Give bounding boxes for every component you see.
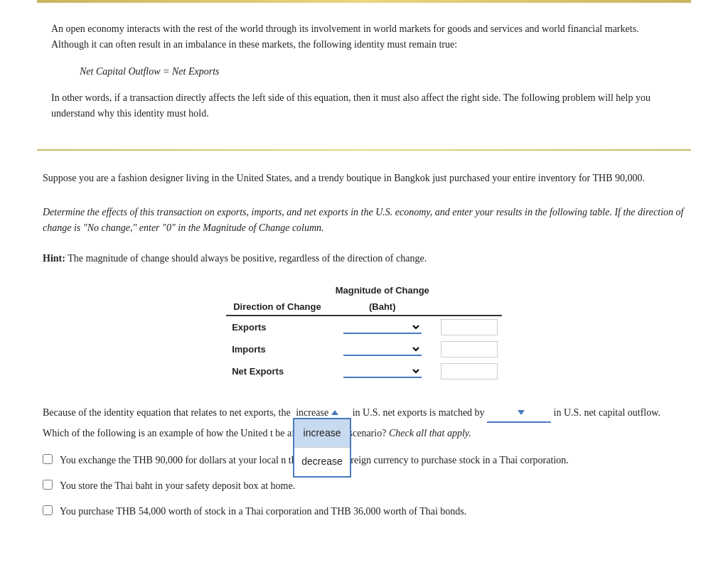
- hint-label: Hint:: [43, 253, 65, 264]
- checkbox-item-1: You exchange the THB 90,000 for dollars …: [43, 453, 685, 468]
- table-header-top-row: Magnitude of Change: [226, 282, 502, 298]
- imports-direction-select[interactable]: Increase Decrease No change: [343, 343, 422, 356]
- divider-1: [37, 149, 691, 151]
- dropdown1-open[interactable]: increase increase decrease: [293, 402, 350, 424]
- exports-magnitude-cell[interactable]: [437, 316, 502, 338]
- change-table: Magnitude of Change Direction of Change …: [226, 282, 502, 382]
- dropdown2-trigger[interactable]: [487, 404, 551, 423]
- table-row: Exports Increase Decrease No change: [226, 316, 502, 338]
- checkbox-item-3: You purchase THB 54,000 worth of stock i…: [43, 504, 685, 519]
- intro-paragraph-2: In other words, if a transaction directl…: [51, 90, 677, 122]
- table-header-bottom-row: Direction of Change (Baht): [226, 298, 502, 316]
- sentence-between: in U.S. net exports is matched by: [353, 407, 487, 418]
- dropdown2-value: [490, 404, 515, 421]
- exports-direction-cell[interactable]: Increase Decrease No change: [328, 316, 437, 338]
- sentence-before-dropdown1: Because of the identity equation that re…: [43, 407, 291, 418]
- checkbox-1[interactable]: [43, 454, 53, 464]
- dropdown1-arrow-up: [331, 410, 338, 415]
- col2-header-baht: (Baht): [328, 298, 437, 316]
- dropdown1-option-increase[interactable]: increase: [294, 419, 350, 448]
- col2-header-magnitude: Magnitude of Change: [328, 282, 437, 298]
- imports-direction-cell[interactable]: Increase Decrease No change: [328, 338, 437, 360]
- exports-magnitude-input[interactable]: [441, 319, 498, 335]
- formula-text: Net Capital Outflow = Net Exports: [80, 66, 220, 77]
- hint-body: The magnitude of change should always be…: [68, 253, 427, 264]
- directions-text: Determine the effects of this transactio…: [43, 205, 685, 237]
- checkbox-item-2: You store the Thai baht in your safety d…: [43, 478, 685, 494]
- intro-section: An open economy interacts with the rest …: [37, 14, 691, 139]
- net-exports-label: Net Exports: [226, 360, 328, 382]
- dropdown2-arrow: [518, 410, 525, 415]
- intro-paragraph-1: An open economy interacts with the rest …: [51, 21, 677, 53]
- net-exports-direction-cell[interactable]: Increase Decrease No change: [328, 360, 437, 382]
- checkbox-2[interactable]: [43, 480, 53, 490]
- checkbox-3[interactable]: [43, 505, 53, 515]
- col1-header-direction: Direction of Change: [226, 298, 328, 316]
- checkbox-2-label: You store the Thai baht in your safety d…: [60, 478, 295, 494]
- table-row: Net Exports Increase Decrease No change: [226, 360, 502, 382]
- imports-magnitude-input[interactable]: [441, 341, 498, 357]
- exports-direction-select[interactable]: Increase Decrease No change: [343, 321, 422, 334]
- imports-magnitude-cell[interactable]: [437, 338, 502, 360]
- sentence-italic: Check all that apply.: [389, 428, 471, 438]
- formula-display: Net Capital Outflow = Net Exports: [51, 60, 677, 83]
- imports-label: Imports: [226, 338, 328, 360]
- net-exports-magnitude-cell[interactable]: [437, 360, 502, 382]
- table-row: Imports Increase Decrease No change: [226, 338, 502, 360]
- dropdown1-popup: increase decrease: [293, 418, 351, 477]
- checkbox-section: You exchange the THB 90,000 for dollars …: [37, 447, 691, 536]
- col3-header-empty: [437, 282, 502, 298]
- col3-header-empty2: [437, 298, 502, 316]
- net-exports-magnitude-input[interactable]: [441, 363, 498, 379]
- col1-header-empty: [226, 282, 328, 298]
- hint-text: Hint: The magnitude of change should alw…: [43, 251, 685, 266]
- sentence-section: Because of the identity equation that re…: [37, 397, 691, 446]
- top-border: [37, 0, 691, 3]
- exports-label: Exports: [226, 316, 328, 338]
- scenario-text: Suppose you are a fashion designer livin…: [43, 171, 685, 186]
- net-exports-direction-select[interactable]: Increase Decrease No change: [343, 365, 422, 378]
- scenario-section: Suppose you are a fashion designer livin…: [37, 161, 691, 193]
- main-page: An open economy interacts with the rest …: [23, 0, 705, 564]
- directions-section: Determine the effects of this transactio…: [37, 199, 691, 242]
- hint-section: Hint: The magnitude of change should alw…: [37, 248, 691, 275]
- dropdown1-option-decrease[interactable]: decrease: [294, 448, 350, 475]
- checkbox-3-label: You purchase THB 54,000 worth of stock i…: [60, 504, 466, 519]
